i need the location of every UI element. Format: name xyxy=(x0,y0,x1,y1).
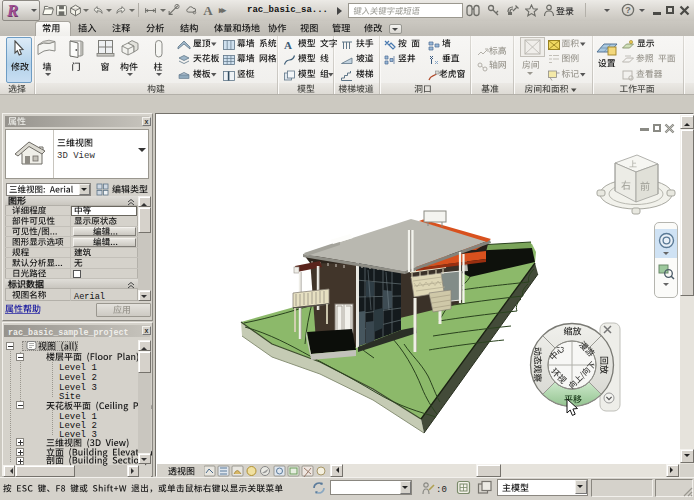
svg-text:?: ? xyxy=(625,5,631,15)
